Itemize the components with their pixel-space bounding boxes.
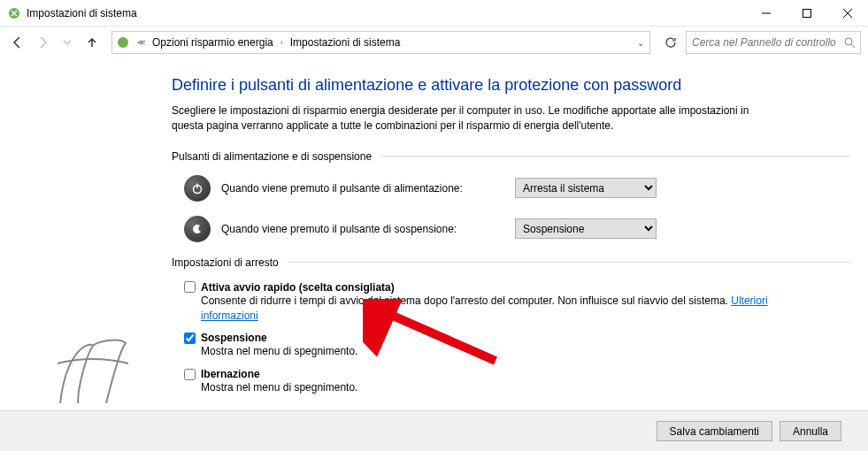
chevron-right-icon: ≪ [134,38,149,47]
window-title: Impostazioni di sistema [27,7,137,19]
power-button-select[interactable]: Arresta il sistema [515,178,657,198]
hibernate-checkbox[interactable] [184,369,196,380]
page-intro: Scegliere le impostazioni di risparmio e… [172,103,773,134]
fast-startup-label: Attiva avvio rapido (scelta consigliata) [201,281,395,294]
sleep-button-select[interactable]: Sospensione [515,218,657,239]
power-button-row: Quando viene premuto il pulsante di alim… [184,175,850,202]
search-icon [843,36,855,49]
power-icon [184,175,211,202]
app-icon [7,6,21,20]
cancel-button[interactable]: Annulla [780,421,841,441]
navbar: ≪ Opzioni risparmio energia › Impostazio… [0,27,868,58]
recent-locations-button[interactable] [57,32,78,53]
search-field[interactable] [692,36,843,49]
forward-button[interactable] [32,32,53,53]
sleep-button-label: Quando viene premuto il pulsante di sosp… [221,223,504,235]
hibernate-desc: Mostra nel menu di spegnimento. [201,380,786,395]
control-panel-icon [116,35,130,50]
breadcrumb-dropdown-icon[interactable]: ⌄ [637,38,644,48]
footer: Salva cambiamenti Annulla [0,410,868,451]
back-button[interactable] [7,32,28,53]
maximize-button[interactable] [787,0,827,27]
group-shutdown: Impostazioni di arresto [172,256,850,269]
fast-startup-item: Attiva avvio rapido (scelta consigliata)… [184,281,786,324]
group-label: Pulsanti di alimentazione e di sospensio… [172,150,372,163]
refresh-button[interactable] [659,31,682,54]
content-scroll[interactable]: Definire i pulsanti di alimentazione e a… [0,58,868,410]
fast-startup-checkbox[interactable] [184,281,196,293]
svg-line-7 [851,44,855,48]
sleep-button-row: Quando viene premuto il pulsante di sosp… [184,216,850,242]
svg-rect-2 [803,9,811,17]
chevron-right-icon: › [277,38,287,47]
search-input[interactable] [686,31,861,54]
group-label: Impostazioni di arresto [172,256,279,269]
titlebar: Impostazioni di sistema [0,0,868,27]
up-button[interactable] [81,32,103,53]
svg-point-6 [845,38,852,45]
suspend-item: Sospensione Mostra nel menu di spegnimen… [184,332,786,359]
suspend-label: Sospensione [201,332,267,344]
suspend-checkbox[interactable] [184,333,196,344]
svg-point-5 [118,37,128,48]
hibernate-item: Ibernazione Mostra nel menu di spegnimen… [184,368,786,395]
sleep-icon [184,216,211,242]
save-button[interactable]: Salva cambiamenti [657,421,772,441]
group-power-buttons: Pulsanti di alimentazione e di sospensio… [172,150,850,163]
power-button-label: Quando viene premuto il pulsante di alim… [221,182,504,195]
breadcrumb[interactable]: ≪ Opzioni risparmio energia › Impostazio… [111,31,650,54]
hibernate-label: Ibernazione [201,368,260,380]
close-button[interactable] [827,0,868,27]
suspend-desc: Mostra nel menu di spegnimento. [201,344,786,359]
breadcrumb-item-power[interactable]: Opzioni risparmio energia [152,36,273,49]
fast-startup-desc: Consente di ridurre i tempi di avvio del… [201,294,786,324]
page-title: Definire i pulsanti di alimentazione e a… [172,76,850,95]
breadcrumb-item-system[interactable]: Impostazioni di sistema [290,36,401,49]
minimize-button[interactable] [746,0,787,27]
